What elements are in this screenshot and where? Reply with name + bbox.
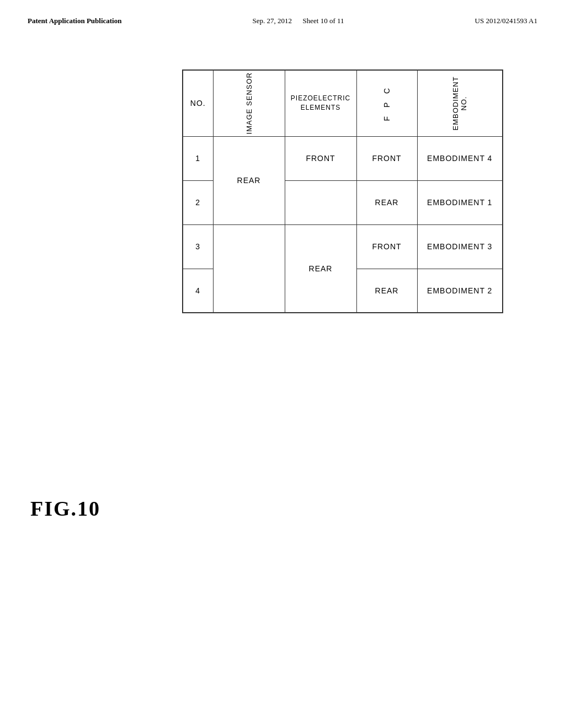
table-container: NO. IMAGE SENSOR PIEZOELECTRICELEMENTS F… <box>182 69 503 313</box>
header-date-sheet: Sep. 27, 2012 Sheet 10 of 11 <box>253 17 344 25</box>
data-table: NO. IMAGE SENSOR PIEZOELECTRICELEMENTS F… <box>182 69 503 313</box>
cell-fpc-3-value: FRONT <box>372 242 401 251</box>
cell-embodiment-2-value: EMBODIMENT 1 <box>427 198 492 207</box>
col-header-fpc: F P C <box>356 70 417 136</box>
figure-label: FIG.10 <box>30 496 100 521</box>
col-fpc-label: F P C <box>382 85 391 121</box>
cell-fpc-2-value: REAR <box>375 198 399 207</box>
cell-embodiment-1-value: EMBODIMENT 4 <box>427 154 492 163</box>
page-header: Patent Application Publication Sep. 27, … <box>0 0 565 36</box>
cell-piezo-2 <box>285 180 356 224</box>
table-row: 3 REAR FRONT EMBODIMENT 3 <box>183 224 503 269</box>
cell-piezo-1-value: FRONT <box>306 154 335 163</box>
header-date: Sep. 27, 2012 <box>253 17 292 25</box>
header-publication: Patent Application Publication <box>28 17 121 25</box>
cell-embodiment-2: EMBODIMENT 1 <box>417 180 503 224</box>
cell-no-4-value: 4 <box>195 286 200 295</box>
cell-no-3: 3 <box>183 224 213 269</box>
cell-no-4: 4 <box>183 269 213 313</box>
cell-fpc-4-value: REAR <box>375 286 399 295</box>
cell-image-sensor-1-2: REAR <box>213 136 285 224</box>
table-body: 1 REAR FRONT FRONT EMBODIMENT 4 <box>183 136 503 313</box>
cell-piezo-3-4: REAR <box>285 224 356 313</box>
cell-fpc-2: REAR <box>356 180 417 224</box>
col-header-no: NO. <box>183 70 213 136</box>
col-embodiment-label: EMBODIMENT NO. <box>451 71 468 136</box>
cell-fpc-1-value: FRONT <box>372 154 401 163</box>
col-header-image-sensor: IMAGE SENSOR <box>213 70 285 136</box>
cell-embodiment-4-value: EMBODIMENT 2 <box>427 286 492 295</box>
cell-fpc-4: REAR <box>356 269 417 313</box>
table-header-row: NO. IMAGE SENSOR PIEZOELECTRICELEMENTS F… <box>183 70 503 136</box>
cell-fpc-3: FRONT <box>356 224 417 269</box>
cell-no-2: 2 <box>183 180 213 224</box>
col-piezo-label: PIEZOELECTRICELEMENTS <box>291 94 350 113</box>
cell-image-sensor-3-4 <box>213 224 285 313</box>
col-image-sensor-label: IMAGE SENSOR <box>245 72 253 134</box>
col-header-embodiment: EMBODIMENT NO. <box>417 70 503 136</box>
header-sheet: Sheet 10 of 11 <box>303 17 344 25</box>
cell-image-sensor-value: REAR <box>237 176 261 185</box>
col-no-label: NO. <box>190 99 206 108</box>
content-area: NO. IMAGE SENSOR PIEZOELECTRICELEMENTS F… <box>0 36 565 335</box>
cell-piezo-1: FRONT <box>285 136 356 180</box>
col-header-piezo: PIEZOELECTRICELEMENTS <box>285 70 356 136</box>
cell-fpc-1: FRONT <box>356 136 417 180</box>
cell-piezo-3-4-value: REAR <box>309 264 333 273</box>
cell-no-2-value: 2 <box>195 198 200 207</box>
header-patent-number: US 2012/0241593 A1 <box>475 17 537 25</box>
cell-no-1: 1 <box>183 136 213 180</box>
cell-embodiment-1: EMBODIMENT 4 <box>417 136 503 180</box>
cell-embodiment-4: EMBODIMENT 2 <box>417 269 503 313</box>
cell-embodiment-3-value: EMBODIMENT 3 <box>427 242 492 251</box>
table-row: 1 REAR FRONT FRONT EMBODIMENT 4 <box>183 136 503 180</box>
cell-embodiment-3: EMBODIMENT 3 <box>417 224 503 269</box>
cell-no-1-value: 1 <box>195 154 200 163</box>
figure-label-container: FIG.10 <box>30 496 100 521</box>
cell-no-3-value: 3 <box>195 242 200 251</box>
